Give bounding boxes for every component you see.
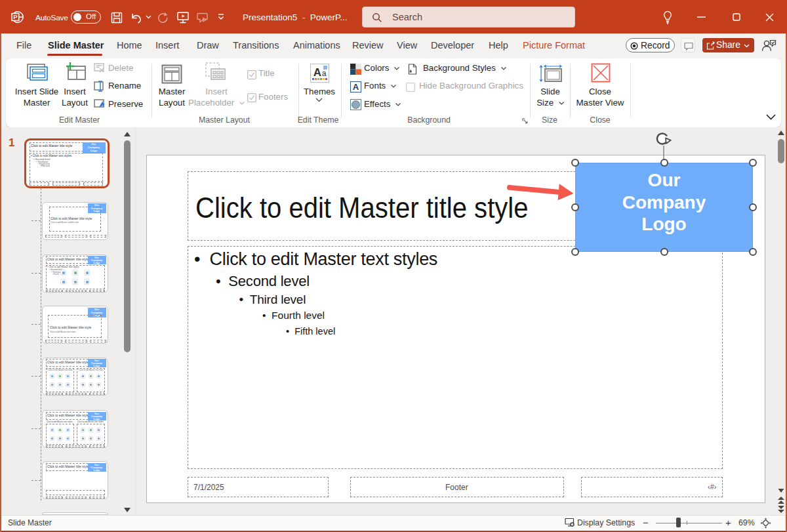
svg-text:A: A — [313, 66, 321, 79]
svg-text:A: A — [353, 82, 359, 92]
svg-text:a: a — [322, 69, 327, 78]
svg-text:P: P — [13, 13, 18, 20]
